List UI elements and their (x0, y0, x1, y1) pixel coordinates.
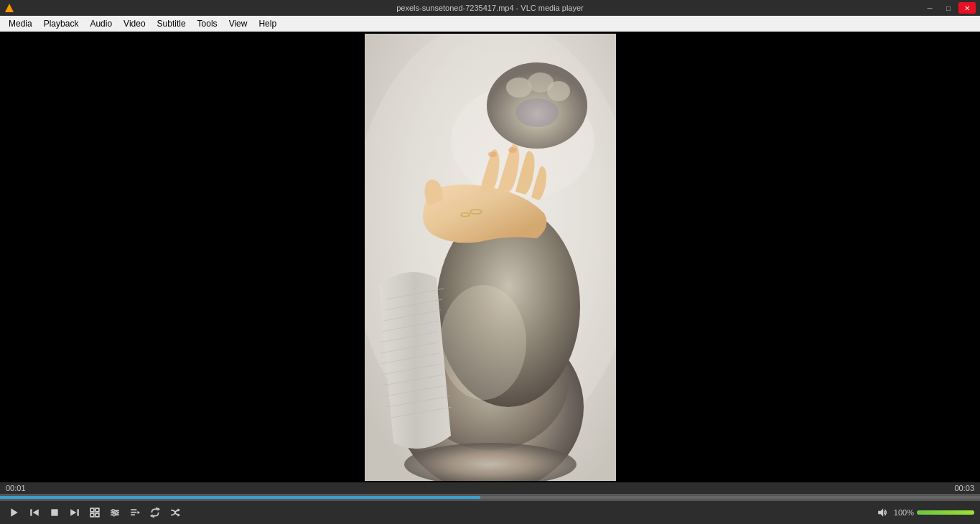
extended-icon (110, 507, 120, 518)
play-icon (9, 507, 19, 518)
minimize-button[interactable]: ─ (921, 2, 938, 14)
loop-icon (150, 507, 160, 518)
svg-rect-47 (131, 509, 136, 510)
svg-rect-37 (90, 508, 94, 512)
video-content (365, 34, 616, 481)
svg-point-44 (112, 510, 115, 513)
play-button[interactable] (6, 504, 23, 521)
menubar: Media Playback Audio Video Subtitle Tool… (0, 16, 980, 32)
svg-rect-35 (78, 509, 79, 515)
next-button[interactable] (66, 504, 83, 521)
svg-point-11 (547, 81, 570, 101)
svg-point-46 (113, 513, 116, 516)
svg-marker-31 (11, 508, 17, 517)
menu-playback[interactable]: Playback (38, 16, 85, 32)
extended-button[interactable] (106, 504, 123, 521)
svg-rect-49 (131, 514, 135, 515)
svg-marker-52 (150, 514, 153, 518)
prev-button[interactable] (26, 504, 43, 521)
titlebar-controls: ─ □ ✕ (921, 2, 976, 14)
stop-icon (50, 507, 60, 518)
volume-icon-button[interactable] (874, 504, 891, 521)
progress-fill (0, 496, 480, 499)
current-time: 00:01 (6, 484, 26, 492)
svg-marker-33 (33, 509, 39, 515)
titlebar: pexels-sunsetoned-7235417.mp4 - VLC medi… (0, 0, 980, 16)
menu-video[interactable]: Video (118, 16, 151, 32)
video-frame (365, 34, 616, 481)
svg-marker-36 (70, 509, 76, 515)
svg-marker-51 (158, 507, 161, 511)
time-row: 00:01 00:03 (0, 482, 980, 494)
controls-area: 00:01 00:03 (0, 482, 980, 524)
menu-audio[interactable]: Audio (84, 16, 118, 32)
playlist-icon (130, 507, 140, 518)
playlist-button[interactable] (126, 504, 144, 521)
svg-rect-40 (90, 513, 94, 517)
volume-fill (917, 510, 974, 515)
volume-area: 100% (874, 504, 974, 521)
svg-marker-53 (178, 508, 181, 512)
menu-media[interactable]: Media (3, 16, 38, 32)
svg-point-28 (508, 147, 517, 153)
fullscreen-icon (90, 507, 100, 518)
progress-bar[interactable] (0, 494, 980, 501)
maximize-button[interactable]: □ (940, 2, 957, 14)
svg-point-45 (116, 512, 118, 515)
menu-help[interactable]: Help (253, 16, 282, 32)
svg-marker-50 (138, 511, 141, 515)
bottom-controls: 100% (0, 501, 980, 524)
svg-rect-32 (30, 509, 32, 515)
menu-tools[interactable]: Tools (192, 16, 223, 32)
svg-point-27 (488, 151, 497, 157)
volume-label: 100% (894, 508, 914, 517)
svg-rect-1 (7, 9, 11, 11)
menu-subtitle[interactable]: Subtitle (151, 16, 192, 32)
svg-rect-48 (131, 512, 136, 513)
svg-rect-38 (95, 513, 99, 517)
prev-icon (29, 507, 39, 518)
svg-point-12 (515, 98, 559, 127)
vlc-icon (4, 3, 14, 13)
svg-rect-34 (51, 509, 57, 515)
close-button[interactable]: ✕ (958, 2, 976, 14)
svg-point-30 (440, 285, 526, 400)
loop-button[interactable] (146, 504, 164, 521)
stop-button[interactable] (46, 504, 63, 521)
svg-marker-54 (178, 513, 181, 517)
video-area[interactable] (0, 32, 980, 482)
menu-view[interactable]: View (223, 16, 253, 32)
volume-bar[interactable] (917, 510, 974, 515)
svg-rect-39 (95, 508, 99, 512)
random-button[interactable] (167, 504, 184, 521)
titlebar-title: pexels-sunsetoned-7235417.mp4 - VLC medi… (396, 4, 584, 12)
svg-marker-55 (878, 508, 883, 517)
next-icon (70, 507, 80, 518)
fullscreen-button[interactable] (86, 504, 103, 521)
titlebar-left (4, 3, 14, 13)
random-icon (170, 507, 180, 518)
volume-icon (877, 507, 887, 518)
total-time: 00:03 (954, 484, 974, 492)
